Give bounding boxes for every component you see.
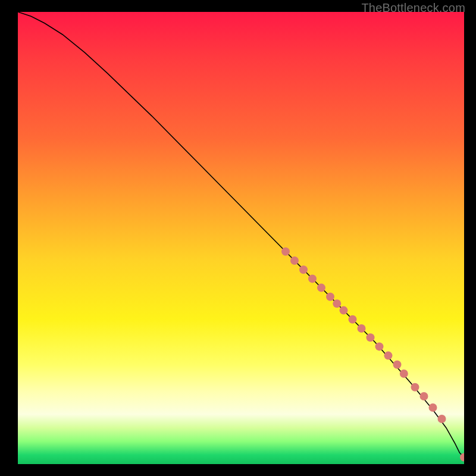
chart-data-point: [375, 342, 384, 350]
chart-data-point: [411, 383, 419, 392]
chart-data-point: [299, 265, 308, 274]
chart-data-point: [384, 352, 393, 360]
chart-data-point: [333, 299, 341, 308]
chart-overlay: [18, 12, 464, 464]
chart-data-point: [358, 324, 366, 333]
chart-data-point: [340, 306, 348, 315]
chart-data-point: [429, 403, 437, 412]
chart-curve-line: [18, 12, 464, 458]
chart-data-point: [326, 293, 334, 301]
chart-data-point: [367, 333, 375, 342]
chart-data-point: [317, 284, 325, 292]
chart-data-point: [438, 415, 446, 423]
chart-data-point: [349, 315, 357, 324]
chart-frame: [18, 12, 464, 464]
chart-data-point: [290, 256, 299, 265]
chart-data-point: [281, 248, 290, 256]
chart-data-point: [400, 369, 408, 378]
chart-data-point: [308, 274, 317, 283]
chart-scatter-group: [281, 248, 464, 462]
chart-data-point: [393, 361, 402, 369]
chart-data-point: [420, 392, 428, 400]
